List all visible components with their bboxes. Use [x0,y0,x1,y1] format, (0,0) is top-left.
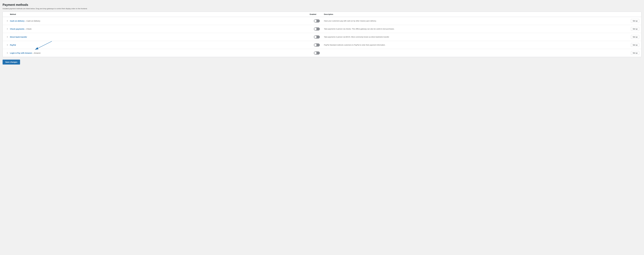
toggle-cell-amazon-pay [310,52,324,54]
action-col-header [624,13,639,15]
toggle-cell-check-payments [310,28,324,30]
setup-button-paypal[interactable]: Set up [631,43,639,47]
toggle-slider-cash-on-delivery [314,20,320,22]
toggle-cell-direct-bank-transfer [310,36,324,38]
toggle-slider-amazon-pay [314,52,320,54]
table-row: ≡ Cash on delivery – Cash on Delivery Ha… [3,17,641,25]
method-name-paypal: PayPal [10,44,310,46]
method-link-check-payments[interactable]: Check payments [10,28,24,30]
action-cell-cash-on-delivery: Set up [624,19,639,23]
description-check-payments: Take payments in person via checks. This… [324,28,624,30]
table-row: ≡ Login & Pay with Amazon – Amazon Set u… [3,49,641,57]
toggle-check-payments[interactable] [314,28,320,30]
table-header: Method Enabled Description [3,12,641,17]
setup-button-direct-bank-transfer[interactable]: Set up [631,35,639,39]
method-suffix-amazon-pay: – Amazon [32,52,40,54]
action-cell-direct-bank-transfer: Set up [624,35,639,39]
toggle-slider-paypal [314,44,320,46]
enabled-col-header: Enabled [310,13,324,15]
method-link-cash-on-delivery[interactable]: Cash on delivery [10,20,24,22]
method-suffix-check-payments: – Check [25,28,32,30]
toggle-slider-direct-bank-transfer [314,36,320,38]
description-direct-bank-transfer: Take payments in person via BACS. More c… [324,36,624,38]
setup-button-amazon-pay[interactable]: Set up [631,51,639,55]
setup-button-check-payments[interactable]: Set up [631,27,639,31]
description-paypal: PayPal Standard redirects customers to P… [324,44,624,46]
toggle-paypal[interactable] [314,44,320,46]
setup-button-cash-on-delivery[interactable]: Set up [631,19,639,23]
save-changes-button[interactable]: Save changes [2,60,20,64]
description-col-header: Description [324,13,624,15]
toggle-amazon-pay[interactable] [314,52,320,54]
drag-handle-paypal[interactable]: ≡ [5,44,10,46]
method-link-direct-bank-transfer[interactable]: Direct bank transfer [10,36,27,38]
method-col-header: Method [10,13,310,15]
drag-handle-amazon-pay[interactable]: ≡ [5,52,10,54]
description-cash-on-delivery: Have your customers pay with cash (or by… [324,20,624,22]
method-name-amazon-pay: Login & Pay with Amazon – Amazon [10,52,310,54]
method-name-cash-on-delivery: Cash on delivery – Cash on Delivery [10,20,310,22]
action-cell-paypal: Set up [624,43,639,47]
toggle-cell-cash-on-delivery [310,20,324,22]
method-suffix-cash-on-delivery: – Cash on Delivery [25,20,40,22]
page-title: Payment methods [2,3,642,6]
toggle-cell-paypal [310,44,324,46]
action-cell-amazon-pay: Set up [624,51,639,55]
table-row: ≡ Check payments – Check Take payments i… [3,25,641,33]
drag-handle-direct-bank-transfer[interactable]: ≡ [5,36,10,38]
method-name-direct-bank-transfer: Direct bank transfer [10,36,310,38]
drag-handle-cash-on-delivery[interactable]: ≡ [5,20,10,22]
drag-col-header [5,13,10,15]
toggle-direct-bank-transfer[interactable] [314,36,320,38]
toggle-cash-on-delivery[interactable] [314,20,320,22]
method-link-paypal[interactable]: PayPal [10,44,16,46]
toggle-slider-check-payments [314,28,320,30]
payment-methods-table: Method Enabled Description ≡ Cash on del… [2,12,642,57]
drag-handle-check-payments[interactable]: ≡ [5,28,10,30]
method-name-check-payments: Check payments – Check [10,28,310,30]
page-subtitle: Installed payment methods are listed bel… [2,8,642,10]
method-link-amazon-pay[interactable]: Login & Pay with Amazon [10,52,32,54]
action-cell-check-payments: Set up [624,27,639,31]
table-row: ≡ Direct bank transfer Take payments in … [3,33,641,41]
table-row: ≡ PayPal PayPal Standard redirects custo… [3,41,641,49]
